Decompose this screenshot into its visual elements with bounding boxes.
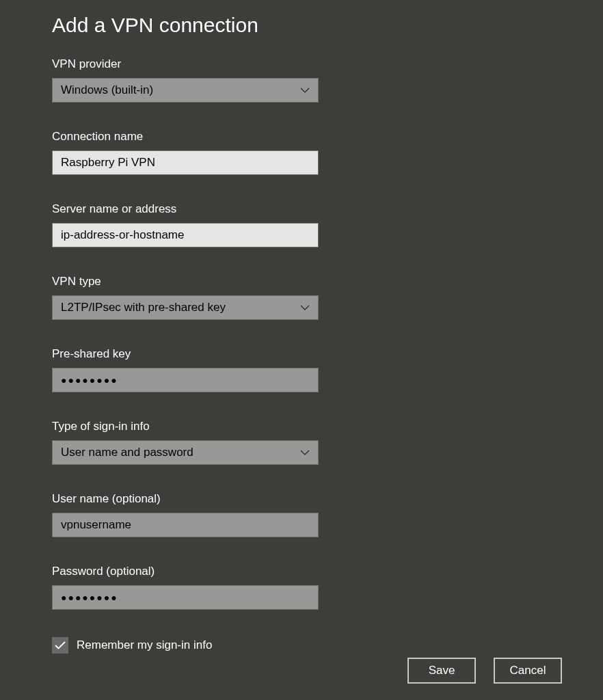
cancel-button[interactable]: Cancel [494,658,562,684]
vpn-type-select[interactable]: L2TP/IPsec with pre-shared key [52,295,319,320]
server-label: Server name or address [52,202,603,216]
psk-value: ●●●●●●●● [61,375,118,385]
save-button[interactable]: Save [407,658,476,684]
field-vpn-type: VPN type L2TP/IPsec with pre-shared key [52,275,603,320]
connection-name-label: Connection name [52,130,603,144]
vpn-type-value: L2TP/IPsec with pre-shared key [61,301,300,314]
field-password: Password (optional) ●●●●●●●● [52,565,603,610]
field-signin-type: Type of sign-in info User name and passw… [52,420,603,465]
username-input[interactable]: vpnusername [52,513,319,537]
password-value: ●●●●●●●● [61,593,118,602]
chevron-down-icon [300,448,310,457]
psk-input[interactable]: ●●●●●●●● [52,368,319,392]
connection-name-input[interactable]: Raspberry Pi VPN [52,150,319,175]
vpn-type-label: VPN type [52,275,603,288]
remember-row: Remember my sign-in info [52,637,603,654]
vpn-provider-select[interactable]: Windows (built-in) [52,78,319,103]
signin-type-label: Type of sign-in info [52,420,603,433]
remember-label: Remember my sign-in info [77,638,212,652]
remember-checkbox[interactable] [52,637,68,654]
field-server: Server name or address ip-address-or-hos… [52,202,603,247]
signin-type-select[interactable]: User name and password [52,440,319,465]
signin-type-value: User name and password [61,446,300,459]
connection-name-value: Raspberry Pi VPN [61,156,155,170]
page-title: Add a VPN connection [52,14,603,37]
button-row: Save Cancel [407,658,562,684]
psk-label: Pre-shared key [52,347,603,361]
field-connection-name: Connection name Raspberry Pi VPN [52,130,603,175]
password-label: Password (optional) [52,565,603,578]
username-value: vpnusername [61,518,131,532]
server-input[interactable]: ip-address-or-hostname [52,223,319,247]
field-psk: Pre-shared key ●●●●●●●● [52,347,603,392]
field-vpn-provider: VPN provider Windows (built-in) [52,57,603,103]
password-input[interactable]: ●●●●●●●● [52,585,319,610]
username-label: User name (optional) [52,492,603,506]
field-username: User name (optional) vpnusername [52,492,603,537]
server-value: ip-address-or-hostname [61,228,184,242]
vpn-provider-value: Windows (built-in) [61,83,300,97]
vpn-provider-label: VPN provider [52,57,603,71]
chevron-down-icon [300,303,310,312]
chevron-down-icon [300,85,310,95]
